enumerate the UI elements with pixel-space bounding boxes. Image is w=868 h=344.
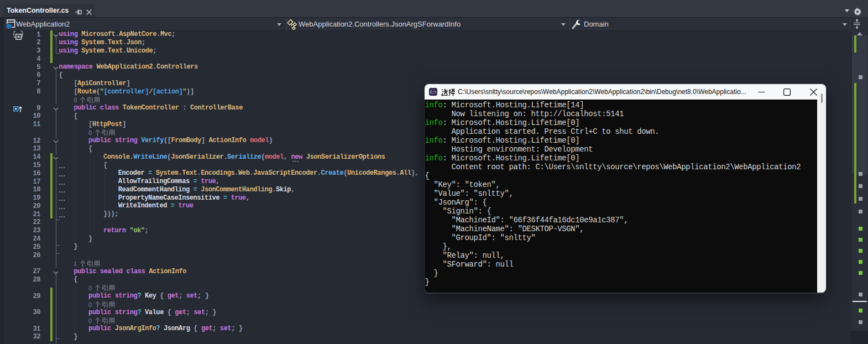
svg-text:C:\: C:\ (430, 91, 437, 95)
